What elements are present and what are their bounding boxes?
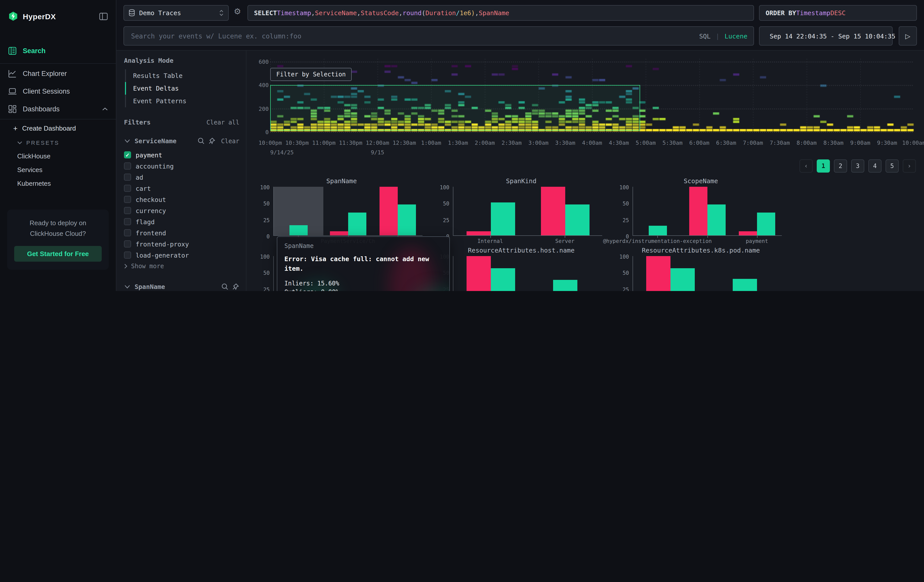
sidebar-item-client-sessions[interactable]: Client Sessions [0,82,116,100]
checkbox[interactable] [124,218,131,225]
filter-option-accounting[interactable]: accounting [124,160,239,171]
run-query-button[interactable]: ▷ [899,26,917,46]
outlier-bar[interactable] [541,187,565,235]
filter-option-frontend-proxy[interactable]: frontend-proxy [124,238,239,249]
filter-option-currency[interactable]: currency [124,205,239,216]
filter-by-selection-button[interactable]: Filter by Selection [270,68,352,81]
page-next-button[interactable]: › [903,160,916,173]
presets-toggle[interactable]: PRESETS [0,136,116,149]
checkbox[interactable] [124,241,131,247]
lang-toggle-lucene[interactable]: Lucene [724,32,747,40]
inlier-bar[interactable] [289,225,308,235]
date-range-picker[interactable]: Sep 14 22:04:35 - Sep 15 10:04:35 [759,26,893,46]
sql-token: , [311,9,315,17]
chart-plot[interactable] [632,256,782,291]
sidebar-item-search[interactable]: Search [0,40,116,62]
bar-group-payment-7985c8969c-mwmw7[interactable] [708,256,782,291]
outlier-bar[interactable] [646,256,670,291]
preset-clickhouse[interactable]: ClickHouse [0,149,116,163]
pin-icon[interactable] [232,283,239,290]
heatmap-selection-region[interactable] [270,85,640,130]
page-prev-button[interactable]: ‹ [800,160,813,173]
search-icon[interactable] [222,283,229,290]
inlier-bar[interactable] [757,213,775,235]
page-button-2[interactable]: 2 [834,160,847,173]
collapse-sidebar-icon[interactable] [99,12,108,20]
bar-group[interactable] [373,187,422,235]
filter-option-flagd[interactable]: flagd [124,216,239,227]
bar-group-internal[interactable] [454,187,528,235]
checkbox[interactable] [124,162,131,170]
filter-option-checkout[interactable]: checkout [124,194,239,205]
get-started-button[interactable]: Get Started for Free [14,246,102,262]
outlier-bar[interactable] [466,232,491,235]
filter-group-header-servicename[interactable]: ServiceNameClear [124,137,239,145]
search-input[interactable] [130,31,694,40]
preset-kubernetes[interactable]: Kubernetes [0,176,116,190]
checkbox[interactable] [124,185,131,192]
bar-group-paymentservice-ch[interactable] [323,187,373,235]
chart-plot[interactable] [273,187,422,236]
bar-group-payment[interactable] [732,187,782,235]
lang-toggle-sql[interactable]: SQL [699,32,710,40]
filter-option-ad[interactable]: ad [124,171,239,183]
filter-option-payment[interactable]: ✓payment [124,149,239,160]
page-button-5[interactable]: 5 [886,160,899,173]
filter-option-load-generator[interactable]: load-generator [124,249,239,260]
checkbox[interactable] [124,252,131,259]
filter-group-header-spanname[interactable]: SpanName [124,283,239,290]
checkbox[interactable] [124,196,131,203]
filter-option-cart[interactable]: cart [124,183,239,194]
bar-group[interactable] [683,187,732,235]
sidebar-item-chart-explorer[interactable]: Chart Explorer [0,65,116,82]
analysis-mode-tab-event-patterns[interactable]: Event Patterns [125,95,239,107]
inlier-bar[interactable] [491,269,515,291]
page-button-4[interactable]: 4 [868,160,881,173]
source-select[interactable]: Demo Traces [124,5,229,21]
inlier-bar[interactable] [649,226,667,235]
create-dashboard-button[interactable]: + Create Dashboard [0,120,116,136]
outlier-bar[interactable] [380,187,398,235]
bar-group[interactable] [454,256,528,291]
checkbox[interactable] [124,173,131,181]
tooltip-field: SpanName [284,242,442,249]
filter-option-frontend[interactable]: frontend [124,227,239,238]
pin-icon[interactable] [208,137,216,145]
analysis-mode-tab-results-table[interactable]: Results Table [125,69,239,82]
outlier-bar[interactable] [466,256,491,291]
inlier-bar[interactable] [565,204,589,235]
inlier-bar[interactable] [733,279,757,291]
chart-plot[interactable] [632,187,782,236]
outlier-bar[interactable] [739,232,757,235]
outlier-bar[interactable] [689,187,708,235]
bar-group[interactable] [633,256,708,291]
inlier-bar[interactable] [670,269,695,291]
bar-group-payment-7985c8969c-mwmw7[interactable] [528,256,602,291]
filter-clear-button[interactable]: Clear [221,137,239,145]
clear-all-button[interactable]: Clear all [206,119,239,126]
orderby-clause-input[interactable]: ORDER BY Timestamp DESC [759,5,917,21]
outlier-bar[interactable] [330,232,348,235]
checkbox[interactable] [124,229,131,236]
page-button-3[interactable]: 3 [851,160,864,173]
bar-group-server[interactable] [528,187,602,235]
gear-icon[interactable]: ⚙ [234,7,241,16]
inlier-bar[interactable] [398,204,416,235]
preset-services[interactable]: Services [0,163,116,176]
inlier-bar[interactable] [553,280,577,291]
sidebar-item-dashboards[interactable]: Dashboards [0,100,116,118]
bar-group[interactable] [274,187,323,235]
inlier-bar[interactable] [708,204,726,235]
inlier-bar[interactable] [348,213,366,235]
search-icon[interactable] [198,137,205,145]
bar-group--hyperdx-instrumentation-exception[interactable] [633,187,683,235]
select-clause-input[interactable]: SELECT Timestamp, ServiceName, StatusCod… [248,5,754,21]
checkbox[interactable] [124,207,131,214]
checkbox-checked[interactable]: ✓ [124,151,131,158]
page-button-1[interactable]: 1 [817,160,830,173]
chart-plot[interactable] [453,256,602,291]
analysis-mode-tab-event-deltas[interactable]: Event Deltas [125,82,239,95]
show-more-button[interactable]: Show more [124,260,239,272]
chart-plot[interactable] [453,187,602,236]
inlier-bar[interactable] [491,203,515,235]
